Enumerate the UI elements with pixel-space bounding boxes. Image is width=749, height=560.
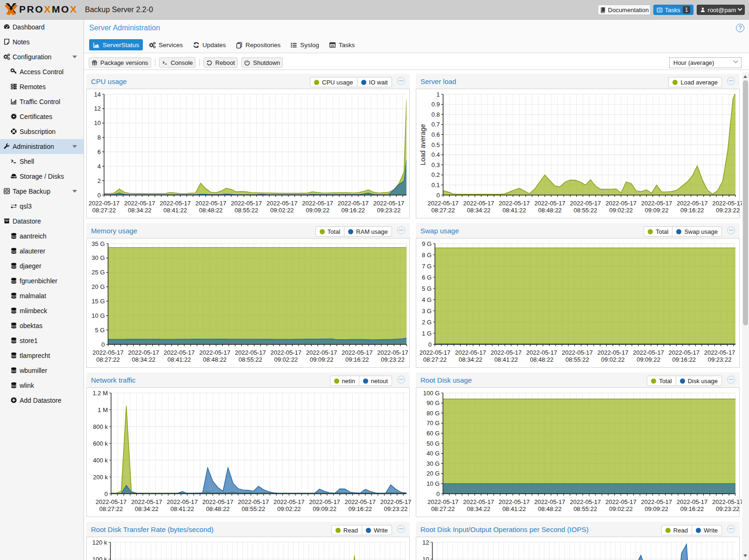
svg-text:2022-05-17: 2022-05-17 (306, 349, 337, 356)
svg-text:0.8: 0.8 (431, 111, 440, 118)
svg-text:6 G: 6 G (422, 274, 432, 281)
svg-text:0: 0 (428, 341, 432, 348)
svg-text:09:02:22: 09:02:22 (609, 207, 633, 214)
svg-text:08:34:22: 08:34:22 (132, 356, 155, 363)
svg-text:09:02:22: 09:02:22 (277, 505, 301, 512)
svg-text:2022-05-17: 2022-05-17 (231, 200, 262, 207)
svg-text:2022-05-17: 2022-05-17 (570, 498, 601, 505)
svg-text:PROXMOX: PROXMOX (19, 4, 78, 14)
svg-text:2 G: 2 G (422, 319, 432, 326)
svg-text:09:16:22: 09:16:22 (348, 505, 372, 512)
svg-text:2: 2 (98, 177, 101, 184)
svg-text:2022-05-17: 2022-05-17 (128, 349, 160, 356)
svg-text:08:34:22: 08:34:22 (467, 505, 490, 512)
svg-text:200 k: 200 k (93, 474, 108, 481)
svg-text:Load average: Load average (419, 124, 427, 166)
svg-text:2022-05-17: 2022-05-17 (302, 200, 333, 207)
svg-text:08:48:22: 08:48:22 (538, 207, 562, 214)
svg-text:0.4: 0.4 (431, 151, 440, 158)
svg-text:08:55:22: 08:55:22 (574, 207, 597, 214)
svg-text:08:34:22: 08:34:22 (128, 207, 152, 214)
svg-text:2022-05-17: 2022-05-17 (712, 498, 743, 505)
svg-text:5 G: 5 G (422, 285, 432, 292)
svg-text:4: 4 (98, 163, 101, 170)
svg-text:0.7: 0.7 (431, 121, 440, 128)
svg-text:08:48:22: 08:48:22 (538, 505, 562, 512)
svg-text:12: 12 (94, 105, 101, 112)
svg-text:08:41:22: 08:41:22 (503, 207, 526, 214)
svg-text:2022-05-17: 2022-05-17 (342, 349, 373, 356)
svg-text:100 k: 100 k (92, 556, 107, 560)
svg-text:08:41:22: 08:41:22 (502, 505, 526, 512)
svg-text:08:41:22: 08:41:22 (494, 356, 518, 363)
svg-text:10: 10 (422, 556, 429, 560)
svg-text:2022-05-17: 2022-05-17 (266, 200, 298, 207)
svg-text:2022-05-17: 2022-05-17 (196, 200, 227, 207)
svg-text:08:27:22: 08:27:22 (423, 356, 447, 363)
svg-text:70 G: 70 G (427, 420, 440, 427)
svg-text:12: 12 (422, 539, 429, 546)
svg-text:8: 8 (98, 134, 101, 141)
svg-text:2022-05-17: 2022-05-17 (92, 349, 124, 356)
svg-text:2022-05-17: 2022-05-17 (712, 200, 743, 207)
svg-text:9 G: 9 G (422, 240, 432, 247)
svg-text:08:48:22: 08:48:22 (206, 505, 230, 512)
svg-text:2022-05-17: 2022-05-17 (641, 498, 672, 505)
svg-text:2022-05-17: 2022-05-17 (463, 498, 494, 505)
svg-text:6: 6 (98, 148, 101, 155)
svg-text:800 k: 800 k (93, 423, 108, 430)
svg-text:08:27:22: 08:27:22 (431, 505, 455, 512)
svg-text:2022-05-17: 2022-05-17 (498, 498, 530, 505)
svg-text:2022-05-17: 2022-05-17 (463, 200, 495, 207)
svg-text:09:16:22: 09:16:22 (680, 207, 704, 214)
svg-text:8 G: 8 G (422, 252, 432, 259)
svg-text:7 G: 7 G (422, 263, 432, 270)
svg-text:120 k: 120 k (92, 539, 107, 546)
svg-text:08:34:22: 08:34:22 (135, 505, 159, 512)
svg-text:0.9: 0.9 (431, 101, 440, 108)
svg-text:2022-05-17: 2022-05-17 (534, 200, 566, 207)
svg-text:2022-05-17: 2022-05-17 (633, 349, 664, 356)
svg-text:2022-05-17: 2022-05-17 (420, 349, 451, 356)
svg-text:2022-05-17: 2022-05-17 (96, 498, 127, 505)
svg-text:2022-05-17: 2022-05-17 (203, 498, 234, 505)
svg-text:30 G: 30 G (427, 460, 440, 467)
svg-text:4 G: 4 G (422, 296, 432, 303)
svg-text:2022-05-17: 2022-05-17 (380, 498, 412, 505)
svg-text:2022-05-17: 2022-05-17 (271, 349, 302, 356)
svg-text:2022-05-17: 2022-05-17 (526, 349, 558, 356)
svg-text:09:23:22: 09:23:22 (377, 207, 401, 214)
svg-text:2022-05-17: 2022-05-17 (167, 498, 198, 505)
svg-text:09:16:22: 09:16:22 (341, 207, 365, 214)
svg-text:2022-05-17: 2022-05-17 (677, 200, 708, 207)
svg-text:08:55:22: 08:55:22 (566, 356, 589, 363)
svg-text:08:55:22: 08:55:22 (238, 356, 262, 363)
svg-text:14: 14 (94, 91, 101, 98)
svg-text:0.6: 0.6 (431, 131, 440, 138)
svg-text:09:02:22: 09:02:22 (270, 207, 294, 214)
svg-text:09:02:22: 09:02:22 (601, 356, 625, 363)
svg-text:2022-05-17: 2022-05-17 (199, 349, 231, 356)
svg-text:35 G: 35 G (91, 240, 105, 247)
svg-text:09:09:22: 09:09:22 (310, 356, 334, 363)
svg-text:2022-05-17: 2022-05-17 (235, 349, 266, 356)
svg-text:400 k: 400 k (93, 457, 108, 464)
svg-text:40 G: 40 G (427, 450, 440, 457)
svg-text:1 G: 1 G (422, 330, 432, 337)
svg-text:0: 0 (105, 490, 108, 497)
svg-text:0: 0 (101, 341, 105, 348)
svg-text:09:23:22: 09:23:22 (381, 356, 405, 363)
svg-text:3 G: 3 G (422, 308, 432, 315)
svg-text:2022-05-17: 2022-05-17 (89, 200, 120, 207)
svg-text:90 G: 90 G (427, 399, 440, 406)
svg-text:50 G: 50 G (427, 440, 440, 447)
svg-text:2022-05-17: 2022-05-17 (641, 200, 672, 207)
svg-text:2022-05-17: 2022-05-17 (597, 349, 629, 356)
svg-text:80 G: 80 G (427, 410, 440, 417)
svg-text:2022-05-17: 2022-05-17 (124, 200, 155, 207)
svg-text:08:48:22: 08:48:22 (203, 356, 227, 363)
svg-text:60 G: 60 G (427, 430, 440, 437)
svg-text:2022-05-17: 2022-05-17 (605, 498, 637, 505)
svg-text:08:55:22: 08:55:22 (574, 505, 597, 512)
svg-text:08:48:22: 08:48:22 (199, 207, 223, 214)
